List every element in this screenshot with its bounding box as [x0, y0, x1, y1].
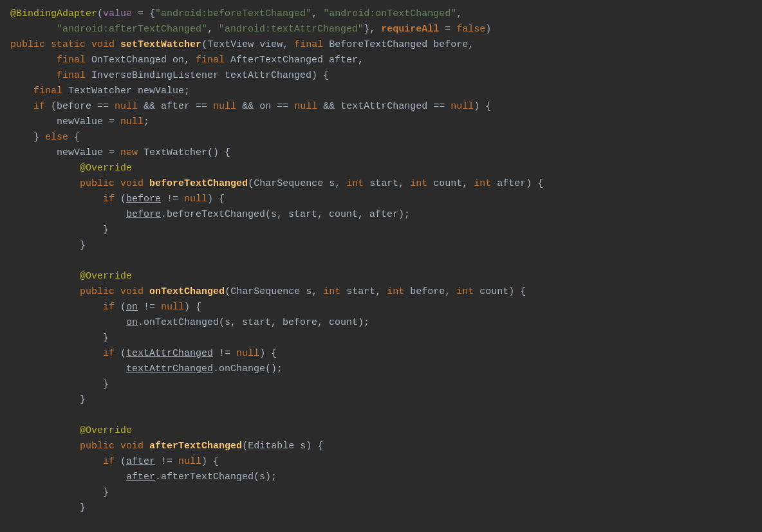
- code-line-21: on.onTextChanged(s, start, before, count…: [10, 315, 752, 331]
- code-line-24: textAttrChanged.onChange();: [10, 362, 752, 377]
- code-line-2: "android:afterTextChanged", "android:tex…: [10, 22, 752, 37]
- code-line-22: }: [10, 331, 752, 346]
- code-line-29: public void afterTextChanged(Editable s)…: [10, 439, 752, 454]
- code-line-3: public static void setTextWatcher(TextVi…: [10, 37, 752, 53]
- code-line-14: before.beforeTextChanged(s, start, count…: [10, 207, 752, 223]
- code-line-32: }: [10, 485, 752, 500]
- code-line-30: if (after != null) {: [10, 454, 752, 470]
- code-line-6: final TextWatcher newValue;: [10, 84, 752, 99]
- code-line-23: if (textAttrChanged != null) {: [10, 346, 752, 362]
- code-line-8: newValue = null;: [10, 115, 752, 130]
- code-line-11: @Override: [10, 161, 752, 176]
- code-line-25: }: [10, 377, 752, 392]
- code-line-1: @BindingAdapter(value = {"android:before…: [10, 6, 752, 22]
- code-line-20: if (on != null) {: [10, 300, 752, 315]
- code-line-4: final OnTextChanged on, final AfterTextC…: [10, 53, 752, 68]
- code-line-18: @Override: [10, 269, 752, 284]
- code-line-33: }: [10, 500, 752, 516]
- code-line-34: [10, 516, 752, 531]
- code-line-5: final InverseBindingListener textAttrCha…: [10, 68, 752, 84]
- code-line-16: }: [10, 238, 752, 253]
- code-line-15: }: [10, 223, 752, 238]
- code-line-19: public void onTextChanged(CharSequence s…: [10, 284, 752, 300]
- code-line-13: if (before != null) {: [10, 192, 752, 207]
- code-line-12: public void beforeTextChanged(CharSequen…: [10, 176, 752, 192]
- code-line-27: [10, 408, 752, 423]
- code-line-17: [10, 253, 752, 269]
- code-line-26: }: [10, 392, 752, 408]
- code-editor: @BindingAdapter(value = {"android:before…: [0, 0, 762, 532]
- code-line-28: @Override: [10, 423, 752, 439]
- code-line-10: newValue = new TextWatcher() {: [10, 145, 752, 161]
- code-line-9: } else {: [10, 130, 752, 145]
- code-line-31: after.afterTextChanged(s);: [10, 470, 752, 485]
- code-line-7: if (before == null && after == null && o…: [10, 99, 752, 115]
